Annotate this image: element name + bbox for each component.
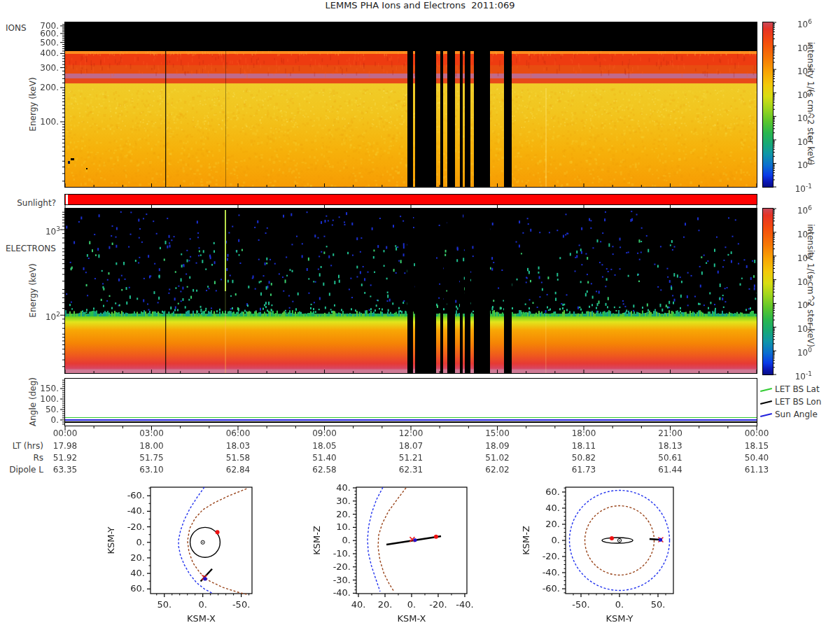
row-label-dipole-l: Dipole L — [6, 465, 43, 475]
time-tick-label: 03:00 — [131, 428, 173, 438]
page-title: LEMMS PHA Ions and Electrons 2011:069 — [0, 0, 840, 10]
y-tick-label: 10. — [336, 522, 351, 532]
tick-label: 50. — [28, 405, 59, 414]
x-tick-label: 50. — [651, 599, 666, 610]
colorbar-tick-label: 106 — [780, 203, 812, 216]
orbit_xz-magnetopause-curve — [378, 488, 406, 592]
time-tick-label: 15:00 — [477, 428, 519, 438]
tick-label: 300. — [28, 63, 59, 73]
y-tick-label: -40. — [542, 567, 560, 578]
angle-line-let-bs-lat — [65, 417, 757, 419]
tick-label-exp: 102 — [28, 309, 60, 322]
ephemeris-value: 18.00 — [131, 441, 173, 451]
sun-angle-line-swatch — [760, 412, 772, 416]
lemms-plot-page: LEMMS PHA Ions and Electrons 2011:069 IO… — [0, 0, 840, 630]
spacecraft-dot-marker — [413, 538, 416, 542]
spacecraft-cross-marker — [202, 575, 207, 580]
x-tick-label: 50. — [157, 599, 172, 610]
time-tick-label: 21:00 — [650, 428, 692, 438]
y-tick-label: -40. — [333, 587, 351, 598]
row-label-rs: Rs — [6, 453, 43, 463]
y-tick-label: -60. — [127, 490, 145, 500]
spacecraft-dot-marker — [659, 538, 662, 542]
planet-symbol — [201, 540, 204, 544]
colorbar-tick-label: 104 — [780, 251, 812, 263]
angle-line-sun-angle — [65, 419, 757, 421]
electrons-spectrogram-canvas — [65, 209, 757, 373]
sunlight-label: Sunlight? — [6, 198, 56, 208]
spacecraft-cross-marker — [410, 537, 414, 542]
spacecraft-dot-marker — [203, 577, 206, 580]
tick-label: 200. — [28, 83, 59, 92]
electrons-colorbar-title: intensity 1/(s cm^2 ster keV) — [806, 224, 816, 364]
ephemeris-value: 62.02 — [477, 465, 519, 475]
ephemeris-value: 63.35 — [44, 465, 86, 475]
tick-label: 0. — [28, 415, 59, 425]
colorbar-tick-label: 101 — [780, 134, 812, 147]
x-tick-label: -40. — [456, 599, 473, 610]
ephemeris-value: 61.13 — [736, 465, 778, 475]
colorbar-tick-label: 106 — [780, 17, 812, 29]
y-tick-label: 20. — [336, 509, 351, 519]
electrons-panel-label: ELECTRONS — [6, 244, 56, 253]
colorbar-tick-label: 104 — [780, 64, 812, 76]
row-label-lt: LT (hrs) — [6, 441, 43, 451]
let-bs-lon-line-swatch — [760, 400, 772, 404]
y-tick-label: 0. — [552, 535, 560, 545]
orbit_yz-y-axis-title: KSM-Z — [521, 526, 531, 555]
electrons-colorbar — [762, 208, 774, 375]
x-tick-label: -50. — [232, 599, 250, 610]
y-tick-label: 60. — [545, 486, 560, 497]
orbit_xy-frame — [150, 487, 252, 594]
spacecraft-cross-marker — [658, 537, 663, 542]
x-tick-label: 0. — [615, 599, 624, 610]
orbit_xz-x-axis-title: KSM-X — [398, 613, 426, 624]
tick-label: 500. — [28, 38, 59, 48]
y-tick-label: 0. — [342, 535, 351, 545]
planet-symbol-dot — [202, 542, 204, 543]
orbit_xz-bow-shock-curve — [368, 487, 383, 592]
y-tick-label: 40. — [130, 568, 145, 578]
colorbar-tick-label: 10-1 — [780, 181, 812, 194]
sunlight-bar-notch — [66, 195, 68, 204]
orbit_xz-frame — [356, 487, 467, 594]
ephemeris-value: 50.61 — [650, 453, 692, 463]
colorbar-tick-label: 102 — [780, 298, 812, 310]
orbit_xz-y-axis-title: KSM-Z — [312, 526, 322, 555]
x-tick-label: -50. — [572, 599, 589, 610]
orbit_xy-bow-shock-curve — [178, 487, 213, 594]
ions-colorbar — [762, 22, 774, 188]
ephemeris-value: 18.13 — [650, 441, 692, 451]
time-tick-label: 18:00 — [563, 428, 605, 438]
y-tick-label: -30. — [333, 575, 351, 585]
angle-panel — [64, 378, 757, 426]
ephemeris-value: 18.11 — [563, 441, 605, 451]
ephemeris-value: 18.09 — [477, 441, 519, 451]
ephemeris-value: 51.02 — [477, 453, 519, 463]
spacecraft-cross-marker — [202, 575, 207, 580]
ephemeris-value: 18.03 — [217, 441, 259, 451]
ephemeris-value: 61.44 — [650, 465, 692, 475]
legend-item-let-bs-lat: LET BS Lat — [760, 384, 820, 394]
orbit_xy-trajectory — [201, 569, 212, 582]
ephemeris-value: 18.05 — [304, 441, 346, 451]
time-tick-label: 00:00 — [44, 428, 86, 438]
colorbar-tick-label: 10-1 — [780, 369, 812, 382]
moon-marker — [610, 536, 614, 540]
y-tick-label: 0. — [136, 537, 145, 547]
tick-label-exp: 103 — [28, 224, 60, 237]
x-tick-label: 40. — [351, 599, 366, 610]
y-tick-label: -40. — [127, 505, 145, 516]
orbit_xy-magnetopause-curve — [188, 489, 246, 594]
ephemeris-value: 63.10 — [131, 465, 173, 475]
ephemeris-value: 18.15 — [736, 441, 778, 451]
colorbar-tick-label: 103 — [780, 88, 812, 100]
ephemeris-value: 51.58 — [217, 453, 259, 463]
orbit_xz-trajectory — [386, 536, 441, 545]
tick-label: 400. — [28, 48, 59, 58]
x-tick-label: 20. — [378, 599, 393, 610]
orbit_yz-frame — [566, 487, 673, 594]
colorbar-tick-label: 105 — [780, 41, 812, 53]
ions-panel-label: IONS — [6, 23, 27, 33]
angle-line-let-bs-lon — [65, 421, 757, 423]
